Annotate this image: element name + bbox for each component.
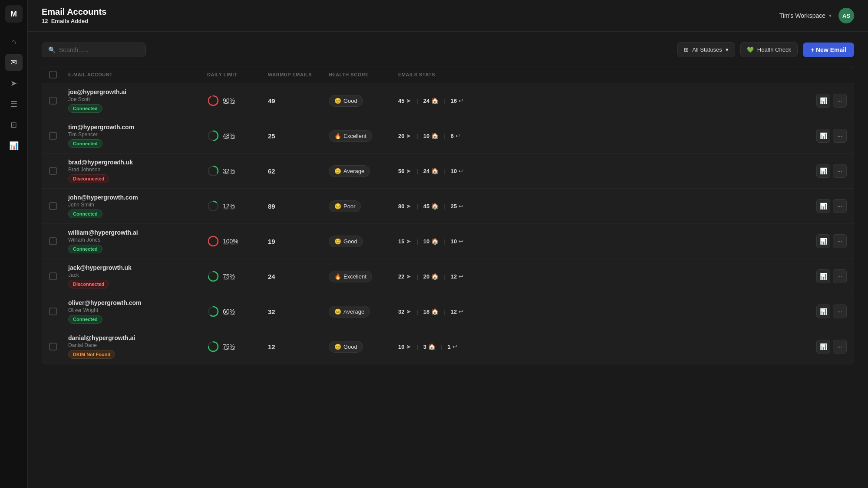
inbox-count: 10 — [423, 238, 429, 245]
inbox-icon: 🏠 — [431, 203, 439, 210]
status-badge: Disconnected — [68, 280, 109, 288]
inbox-stat: 24 🏠 — [423, 97, 439, 104]
inbox-stat: 3 🏠 — [423, 343, 436, 350]
sidebar-item-chart[interactable]: 📊 — [5, 137, 23, 154]
actions-cell: 📊 ··· — [812, 269, 847, 283]
reply-icon: ↩ — [459, 97, 464, 104]
health-cell: 😐 Average — [329, 306, 398, 318]
status-badge: DKIM Not Found — [68, 350, 115, 359]
more-button[interactable]: ··· — [833, 305, 847, 318]
more-button[interactable]: ··· — [833, 199, 847, 213]
replied-count: 1 — [447, 344, 450, 350]
sidebar-item-home[interactable]: ⌂ — [5, 33, 23, 50]
health-check-button[interactable]: 💚 Health Check — [740, 42, 798, 57]
page-title: Email Accounts — [42, 7, 106, 17]
health-label: Good — [343, 344, 357, 350]
search-input[interactable] — [59, 46, 139, 53]
health-emoji: 🔥 — [334, 133, 341, 139]
email-address: danial@hypergrowth.ai — [68, 334, 207, 341]
avatar[interactable]: AS — [838, 8, 854, 23]
email-address: brad@hypergrowth.uk — [68, 159, 207, 166]
row-checkbox[interactable] — [49, 308, 57, 315]
replied-count: 12 — [451, 273, 457, 280]
stats-button[interactable]: 📊 — [816, 234, 830, 248]
warmup-cell: 32 — [268, 308, 329, 315]
health-emoji: 😊 — [334, 344, 341, 350]
email-cell: tim@hypergrowth.com Tim Spencer Connecte… — [68, 124, 207, 148]
email-address: joe@hypergrowth.ai — [68, 88, 207, 95]
email-cell: jack@hypergrowth.uk Jack Disconnected — [68, 264, 207, 288]
sidebar-item-mail[interactable]: ✉ — [5, 54, 23, 71]
stats-cell: 15 ➤ | 10 🏠 | 10 ↩ — [398, 238, 812, 245]
stats-button[interactable]: 📊 — [816, 129, 830, 143]
col-stats: EMAILS STATS — [398, 71, 812, 79]
health-cell: 😔 Poor — [329, 200, 398, 212]
stats-button[interactable]: 📊 — [816, 199, 830, 213]
row-checkbox[interactable] — [49, 97, 57, 105]
col-warmup: WARMUP EMAILS — [268, 71, 329, 79]
stats-button[interactable]: 📊 — [816, 269, 830, 283]
stats-button[interactable]: 📊 — [816, 94, 830, 108]
row-checkbox[interactable] — [49, 202, 57, 210]
app-logo[interactable]: M — [5, 5, 23, 23]
status-badge: Disconnected — [68, 174, 109, 183]
row-checkbox-cell — [49, 237, 68, 245]
inbox-count: 24 — [423, 98, 429, 104]
stats-button[interactable]: 📊 — [816, 164, 830, 178]
more-button[interactable]: ··· — [833, 269, 847, 283]
inbox-count: 10 — [423, 133, 429, 139]
stat-divider-1: | — [416, 98, 418, 104]
more-button[interactable]: ··· — [833, 234, 847, 248]
select-all-checkbox[interactable] — [49, 71, 57, 79]
status-badge: Connected — [68, 210, 102, 218]
actions-cell: 📊 ··· — [812, 234, 847, 248]
replied-stat: 12 ↩ — [451, 273, 464, 280]
email-status-row: DKIM Not Found — [68, 350, 207, 359]
inbox-icon: 🏠 — [431, 273, 439, 280]
row-checkbox[interactable] — [49, 272, 57, 280]
status-badge: Connected — [68, 139, 102, 148]
more-button[interactable]: ··· — [833, 164, 847, 178]
actions-cell: 📊 ··· — [812, 129, 847, 143]
more-button[interactable]: ··· — [833, 129, 847, 143]
row-checkbox[interactable] — [49, 167, 57, 175]
row-checkbox[interactable] — [49, 237, 57, 245]
email-address: tim@hypergrowth.com — [68, 124, 207, 131]
replied-count: 16 — [451, 98, 457, 104]
row-checkbox[interactable] — [49, 343, 57, 350]
stats-button[interactable]: 📊 — [816, 340, 830, 354]
filter-button[interactable]: ⊞ All Statuses ▾ — [677, 42, 735, 57]
health-badge: 🔥 Excellent — [329, 130, 372, 142]
sidebar-item-inbox[interactable]: ⊡ — [5, 116, 23, 134]
email-address: william@hypergrowth.ai — [68, 229, 207, 236]
health-cell: 😊 Good — [329, 341, 398, 353]
replied-stat: 1 ↩ — [447, 343, 457, 350]
health-badge: 😐 Average — [329, 165, 370, 177]
col-daily: DAILY LIMIT — [207, 71, 268, 79]
more-button[interactable]: ··· — [833, 94, 847, 108]
row-checkbox-cell — [49, 132, 68, 140]
sidebar-item-send[interactable]: ➤ — [5, 75, 23, 92]
daily-limit-cell: 48% — [207, 130, 268, 142]
row-checkbox[interactable] — [49, 132, 57, 140]
progress-circle — [207, 270, 219, 282]
health-emoji: 😔 — [334, 203, 341, 210]
health-badge: 😔 Poor — [329, 200, 361, 212]
progress-circle — [207, 165, 219, 177]
warmup-cell: 25 — [268, 132, 329, 140]
new-email-button[interactable]: + New Email — [803, 43, 854, 57]
replied-count: 12 — [451, 308, 457, 315]
search-box[interactable]: 🔍 — [42, 43, 146, 57]
inbox-stat: 20 🏠 — [423, 273, 439, 280]
filter-icon: ⊞ — [684, 46, 689, 53]
stats-button[interactable]: 📊 — [816, 305, 830, 318]
emails-added-subtitle: 12 Emails Added — [42, 18, 106, 24]
email-status-row: Connected — [68, 104, 207, 113]
more-button[interactable]: ··· — [833, 340, 847, 354]
row-checkbox-cell — [49, 308, 68, 315]
col-email: E-MAIL ACCOUNT — [68, 71, 207, 79]
stats-cell: 32 ➤ | 18 🏠 | 12 ↩ — [398, 308, 812, 315]
sidebar-item-list[interactable]: ☰ — [5, 95, 23, 113]
health-label: Average — [343, 168, 364, 174]
workspace-selector[interactable]: Tim's Workspace ▾ — [779, 12, 832, 19]
